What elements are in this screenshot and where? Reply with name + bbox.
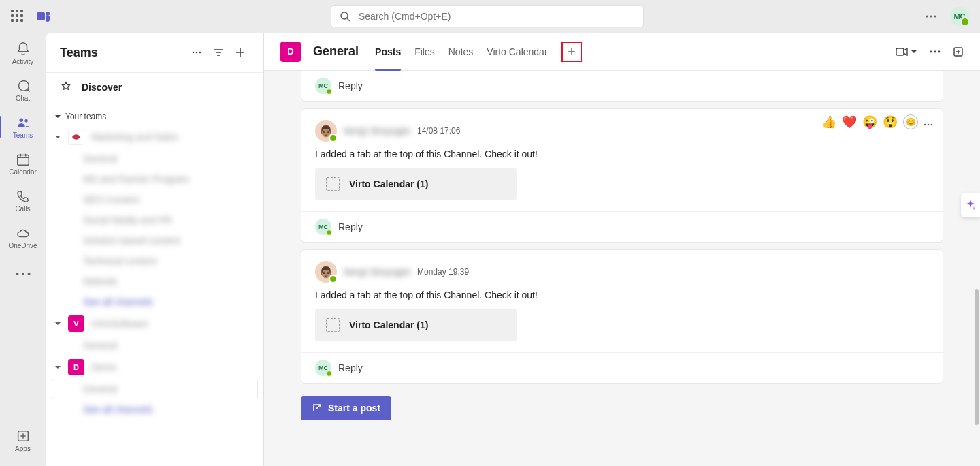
channel-content: D General Posts Files Notes Virto Calend… [264, 33, 980, 466]
svg-point-21 [924, 123, 926, 125]
svg-point-2 [341, 12, 348, 19]
channel-more-icon[interactable] [930, 50, 941, 53]
app-launcher-icon[interactable] [11, 10, 24, 23]
add-tab-button[interactable] [561, 42, 582, 62]
caret-down-icon [54, 364, 61, 371]
add-reaction-icon[interactable]: 😊 [903, 114, 918, 129]
teams-list-title: Teams [60, 46, 184, 60]
post-body: I added a tab at the top of this Channel… [315, 290, 929, 300]
post-body: I added a tab at the top of this Channel… [315, 149, 929, 159]
svg-rect-0 [37, 12, 45, 20]
channel-row[interactable]: General [46, 335, 263, 356]
post-attachment[interactable]: Virto Calendar (1) [315, 309, 517, 341]
reaction-laugh[interactable]: 😜 [862, 114, 877, 129]
profile-avatar[interactable]: MC [950, 7, 969, 26]
reaction-heart[interactable]: ❤️ [842, 114, 857, 129]
bell-icon [16, 42, 31, 57]
reaction-surprised[interactable]: 😲 [883, 114, 898, 129]
team-icon [68, 129, 84, 145]
caret-down-icon [54, 320, 61, 327]
svg-point-1 [46, 12, 50, 16]
team-row[interactable]: D Demo [46, 356, 263, 379]
rail-teams[interactable]: Teams [0, 109, 46, 144]
rail-apps[interactable]: Apps [0, 422, 46, 458]
calendar-icon [16, 152, 31, 167]
channel-row[interactable]: MS and Partner Program [46, 169, 263, 189]
author-name: Sergi Sinyugin [344, 125, 410, 136]
rail-calendar[interactable]: Calendar [0, 146, 46, 181]
teams-list-pane: Teams Discover Your teams Marketing and … [46, 33, 264, 466]
discover-icon [60, 81, 72, 93]
see-all-channels[interactable]: See all channels [46, 399, 263, 420]
svg-point-3 [926, 16, 928, 18]
svg-point-15 [199, 52, 201, 54]
rail-onedrive[interactable]: OneDrive [0, 219, 46, 255]
post-attachment[interactable]: Virto Calendar (1) [315, 168, 517, 200]
search-input[interactable] [359, 11, 635, 22]
list-more-icon[interactable] [187, 43, 206, 62]
channel-row[interactable]: Solution based content [46, 230, 263, 251]
phone-icon [16, 189, 31, 204]
reply-avatar: MC [315, 219, 331, 235]
chat-icon [16, 78, 31, 93]
reply-button[interactable]: Reply [338, 221, 363, 232]
author-avatar: 👨🏽 [315, 120, 337, 142]
svg-point-14 [196, 52, 198, 54]
search-box[interactable] [331, 5, 644, 27]
reply-avatar: MC [315, 78, 331, 94]
post-card: 👨🏽 Sergi Sinyugin Monday 19:39 I added a… [301, 249, 943, 384]
discover-button[interactable]: Discover [46, 72, 263, 102]
team-row[interactable]: Marketing and Sales [46, 125, 263, 149]
caret-down-icon [54, 134, 61, 140]
svg-point-10 [22, 273, 24, 275]
svg-point-13 [193, 52, 195, 54]
tab-attachment-icon [326, 177, 340, 191]
open-pane-icon[interactable] [953, 46, 964, 57]
channel-row[interactable]: SEO Content [46, 189, 263, 210]
meet-button[interactable] [896, 47, 917, 57]
tab-attachment-icon [326, 318, 340, 332]
svg-point-5 [934, 16, 936, 18]
reply-button[interactable]: Reply [338, 80, 363, 91]
settings-more-icon[interactable] [923, 8, 939, 25]
rail-calls[interactable]: Calls [0, 183, 46, 218]
app-rail: Activity Chat Teams Calendar Calls OneDr… [0, 33, 46, 466]
filter-icon[interactable] [209, 43, 228, 62]
see-all-channels[interactable]: See all channels [46, 292, 263, 312]
start-post-button[interactable]: Start a post [301, 396, 391, 420]
cloud-icon [16, 226, 31, 240]
your-teams-section[interactable]: Your teams [46, 108, 263, 125]
rail-activity[interactable]: Activity [0, 35, 46, 71]
compose-icon [312, 403, 323, 414]
svg-point-7 [24, 119, 28, 122]
channel-row[interactable]: Technical content [46, 251, 263, 271]
tab-notes[interactable]: Notes [448, 33, 474, 70]
tab-virto-calendar[interactable]: Virto Calendar [487, 33, 547, 70]
svg-point-4 [930, 16, 932, 18]
channel-row-active[interactable]: General [52, 379, 258, 399]
reaction-like[interactable]: 👍 [821, 114, 836, 129]
plus-icon [567, 47, 576, 57]
post-timestamp: Monday 19:39 [417, 267, 469, 277]
reply-button[interactable]: Reply [338, 362, 363, 373]
copilot-button[interactable] [961, 193, 980, 217]
tab-posts[interactable]: Posts [375, 33, 401, 70]
rail-more[interactable] [0, 256, 46, 292]
caret-down-icon [54, 113, 61, 120]
tab-files[interactable]: Files [414, 33, 435, 70]
more-icon [16, 266, 31, 281]
channel-row[interactable]: Social Media and PR [46, 210, 263, 230]
team-icon: V [68, 315, 84, 332]
post-more-icon[interactable] [924, 115, 933, 129]
channel-name: General [313, 44, 359, 59]
channel-row[interactable]: Website [46, 271, 263, 292]
reaction-bar: 👍 ❤️ 😜 😲 😊 [821, 114, 933, 129]
scrollbar[interactable] [975, 289, 979, 425]
svg-point-11 [27, 273, 30, 275]
channel-row[interactable]: General [46, 149, 263, 169]
create-team-icon[interactable] [231, 43, 250, 62]
svg-point-23 [931, 123, 933, 125]
team-row[interactable]: V VirtoSoftware [46, 312, 263, 335]
sparkle-icon [964, 199, 977, 211]
rail-chat[interactable]: Chat [0, 72, 46, 108]
